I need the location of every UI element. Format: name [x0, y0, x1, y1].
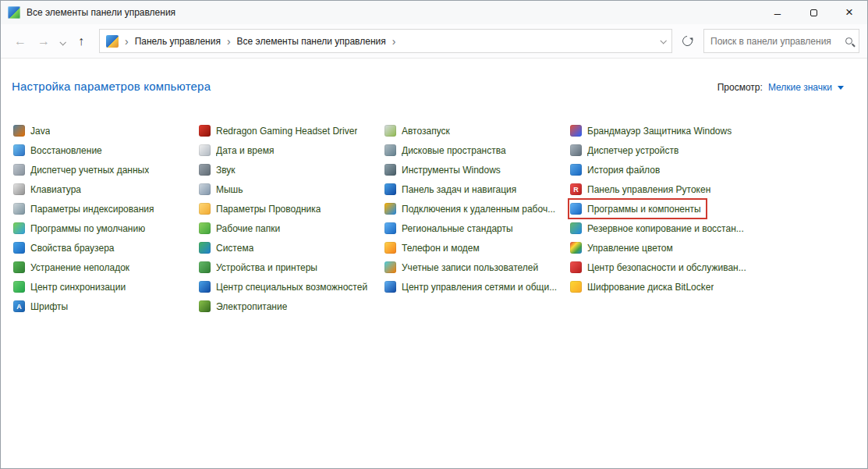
- explorer-options-icon: [199, 203, 211, 215]
- breadcrumb-separator-icon: ›: [119, 35, 135, 48]
- refresh-icon: [680, 34, 694, 48]
- cp-item[interactable]: Центр специальных возможностей: [197, 277, 373, 297]
- cp-item[interactable]: Диспетчер учетных данных: [12, 160, 154, 179]
- cp-item[interactable]: Региональные стандарты: [383, 219, 519, 238]
- windows-tools-icon: [384, 164, 396, 176]
- items-grid: JavaВосстановлениеДиспетчер учетных данн…: [1, 121, 867, 316]
- cp-item[interactable]: Управление цветом: [569, 238, 678, 258]
- minimize-button[interactable]: –: [760, 1, 795, 24]
- cp-item[interactable]: Диспетчер устройств: [569, 140, 684, 160]
- cp-item[interactable]: Программы по умолчанию: [12, 219, 151, 238]
- cp-item[interactable]: История файлов: [569, 160, 665, 179]
- cp-item[interactable]: Брандмауэр Защитника Windows: [569, 121, 737, 140]
- cp-item[interactable]: RПанель управления Рутокен: [569, 179, 716, 199]
- cp-item-label: Шифрование диска BitLocker: [587, 282, 714, 293]
- up-button[interactable]: ↑: [69, 34, 93, 48]
- cp-item[interactable]: Параметры индексирования: [12, 199, 159, 219]
- cp-item-label: Брандмауэр Защитника Windows: [587, 126, 732, 137]
- navigation-bar: ← → ↑ ›Панель управления›Все элементы па…: [1, 24, 867, 59]
- recent-locations-button[interactable]: [55, 34, 69, 48]
- backup-restore-icon: [570, 222, 582, 234]
- view-dropdown-icon[interactable]: [838, 86, 844, 90]
- cp-item[interactable]: Дата и время: [197, 140, 279, 160]
- window-controls: – ×: [760, 1, 867, 24]
- cp-item[interactable]: Устройства и принтеры: [197, 258, 323, 277]
- cp-item[interactable]: Автозапуск: [383, 121, 455, 140]
- cp-item-label: Рабочие папки: [216, 223, 280, 234]
- ease-of-access-icon: [199, 281, 211, 293]
- cp-item[interactable]: Центр синхронизации: [12, 277, 131, 297]
- view-control: Просмотр: Мелкие значки: [717, 82, 844, 93]
- phone-modem-icon: [384, 242, 396, 254]
- cp-item[interactable]: Телефон и модем: [383, 238, 485, 258]
- view-selector[interactable]: Мелкие значки: [768, 82, 832, 93]
- maximize-button[interactable]: [795, 1, 831, 24]
- cp-item-label: Устройства и принтеры: [216, 262, 317, 273]
- file-history-icon: [570, 164, 582, 176]
- search-box: [703, 29, 859, 53]
- cp-item[interactable]: Шифрование диска BitLocker: [569, 277, 719, 297]
- search-input[interactable]: [710, 36, 841, 47]
- cp-item-label: Панель задач и навигация: [402, 184, 516, 195]
- cp-item[interactable]: Восстановление: [12, 140, 108, 160]
- breadcrumb-separator-icon: ›: [386, 35, 402, 48]
- taskbar-icon: [384, 183, 396, 195]
- cp-item-label: Восстановление: [30, 145, 102, 156]
- title-bar: Все элементы панели управления – ×: [1, 1, 867, 24]
- refresh-button[interactable]: [675, 36, 699, 46]
- close-button[interactable]: ×: [831, 1, 867, 24]
- bitlocker-icon: [570, 281, 582, 293]
- forward-button[interactable]: →: [32, 34, 55, 48]
- cp-item[interactable]: Java: [12, 121, 55, 140]
- region-icon: [384, 222, 396, 234]
- cp-item[interactable]: Клавиатура: [12, 179, 87, 199]
- cp-item[interactable]: Электропитание: [197, 297, 292, 316]
- address-bar[interactable]: ›Панель управления›Все элементы панели у…: [99, 29, 672, 53]
- cp-item-label: Учетные записи пользователей: [402, 262, 538, 273]
- breadcrumb: ›Панель управления›Все элементы панели у…: [119, 35, 402, 48]
- cp-item-label: Панель управления Рутокен: [587, 184, 710, 195]
- credential-manager-icon: [13, 164, 25, 176]
- cp-item[interactable]: Центр управления сетями и общи...: [383, 277, 562, 297]
- cp-item[interactable]: Подключения к удаленным рабоч...: [383, 199, 561, 219]
- cp-item-label: Параметры Проводника: [216, 204, 321, 215]
- breadcrumb-item[interactable]: Все элементы панели управления: [237, 36, 386, 47]
- cp-item[interactable]: Мышь: [197, 179, 249, 199]
- cp-item[interactable]: Панель задач и навигация: [383, 179, 522, 199]
- cp-item[interactable]: Redragon Gaming Headset Driver: [197, 121, 363, 140]
- items-column: Брандмауэр Защитника WindowsДиспетчер ус…: [569, 121, 754, 316]
- breadcrumb-location-icon: [106, 35, 119, 48]
- cp-item[interactable]: Рабочие папки: [197, 219, 285, 238]
- back-button[interactable]: ←: [9, 34, 32, 48]
- cp-item-label: Диспетчер устройств: [587, 145, 678, 156]
- address-dropdown-icon[interactable]: [660, 37, 666, 44]
- cp-item[interactable]: Программы и компоненты: [569, 199, 707, 219]
- cp-item[interactable]: Звук: [197, 160, 241, 179]
- cp-item-label: История файлов: [587, 165, 660, 176]
- items-column: АвтозапускДисковые пространстваИнструмен…: [383, 121, 569, 316]
- cp-item[interactable]: Устранение неполадок: [12, 258, 135, 277]
- cp-item[interactable]: Параметры Проводника: [197, 199, 326, 219]
- cp-item[interactable]: Учетные записи пользователей: [383, 258, 544, 277]
- cp-item[interactable]: AШрифты: [12, 297, 73, 316]
- cp-item-label: Подключения к удаленным рабоч...: [402, 204, 555, 215]
- page-header: Настройка параметров компьютера Просмотр…: [12, 80, 844, 93]
- redragon-icon: [199, 125, 211, 137]
- cp-item[interactable]: Дисковые пространства: [383, 140, 512, 160]
- cp-item[interactable]: Резервное копирование и восстан...: [569, 219, 749, 238]
- cp-item[interactable]: Свойства браузера: [12, 238, 120, 258]
- cp-item[interactable]: Центр безопасности и обслуживан...: [569, 258, 752, 277]
- breadcrumb-item[interactable]: Панель управления: [135, 36, 221, 47]
- cp-item-label: Региональные стандарты: [402, 223, 513, 234]
- cp-item-label: Управление цветом: [587, 243, 673, 254]
- cp-item[interactable]: Система: [197, 238, 259, 258]
- cp-item-label: Дата и время: [216, 145, 274, 156]
- control-panel-app-icon: [8, 6, 20, 19]
- storage-spaces-icon: [384, 144, 396, 156]
- programs-features-icon: [570, 203, 582, 215]
- maximize-icon: [810, 9, 817, 16]
- cp-item[interactable]: Инструменты Windows: [383, 160, 506, 179]
- cp-item-label: Устранение неполадок: [30, 262, 129, 273]
- cp-item-label: Телефон и модем: [402, 243, 480, 254]
- sound-icon: [199, 164, 211, 176]
